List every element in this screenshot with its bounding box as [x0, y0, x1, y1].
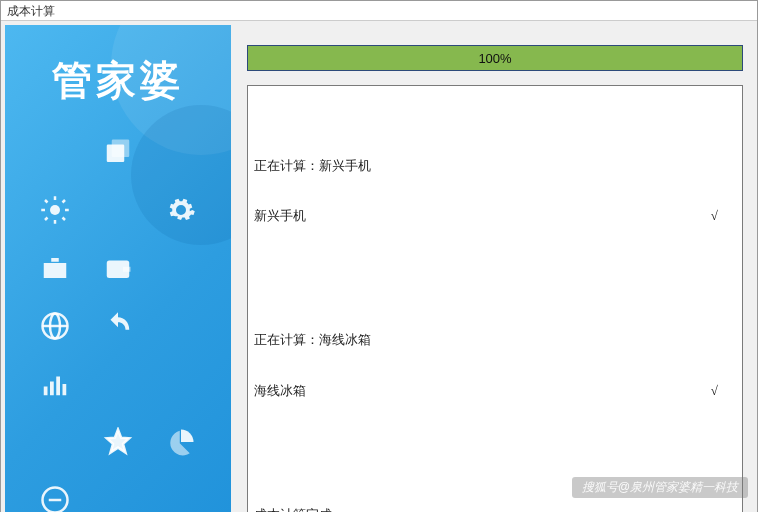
main: 管家婆 [5, 25, 753, 512]
svg-rect-18 [56, 377, 60, 396]
gear-icon [161, 190, 201, 230]
wallet-icon [98, 248, 138, 288]
stack-icon [98, 132, 138, 172]
placeholder-icon [161, 306, 201, 346]
pie-chart-icon [161, 422, 201, 462]
svg-rect-1 [112, 140, 130, 158]
progress-bar: 100% [247, 45, 743, 71]
cost-calc-window: 成本计算 管家婆 [0, 0, 758, 512]
log-item: 正在计算：新兴手机 新兴手机 √ [254, 124, 736, 259]
icon-grid [5, 120, 231, 512]
right-panel: 100% 正在计算：新兴手机 新兴手机 √ 正在计算：海线冰箱 海线冰箱 [237, 25, 753, 512]
sidebar: 管家婆 [5, 25, 231, 512]
log-line: 新兴手机 √ [254, 208, 736, 225]
placeholder-icon [98, 364, 138, 404]
log-summary: 成本计算完成。 共计算存货 2 个，其中 2 个存货成本计算成功，0 个存货成本… [254, 474, 736, 512]
check-mark: √ [711, 208, 736, 225]
log-line: 正在计算：海线冰箱 [254, 332, 736, 349]
placeholder-icon [98, 190, 138, 230]
svg-rect-17 [50, 382, 54, 396]
log-text: 海线冰箱 [254, 383, 306, 400]
svg-line-7 [45, 200, 48, 203]
undo-icon [98, 306, 138, 346]
window-title: 成本计算 [1, 1, 757, 21]
placeholder-icon [161, 364, 201, 404]
svg-point-2 [50, 205, 60, 215]
svg-rect-16 [43, 387, 47, 396]
log-line: 正在计算：新兴手机 [254, 158, 736, 175]
sun-icon [35, 190, 75, 230]
log-area: 正在计算：新兴手机 新兴手机 √ 正在计算：海线冰箱 海线冰箱 √ [247, 85, 743, 512]
brand-logo: 管家婆 [5, 25, 231, 120]
minus-circle-icon [35, 480, 75, 512]
briefcase-icon [35, 248, 75, 288]
bar-chart-icon [35, 364, 75, 404]
star-icon [98, 422, 138, 462]
globe-icon [35, 306, 75, 346]
placeholder-icon [35, 132, 75, 172]
progress-label: 100% [248, 46, 742, 70]
svg-line-8 [62, 218, 65, 221]
svg-rect-12 [123, 267, 131, 272]
check-mark: √ [711, 383, 736, 400]
placeholder-icon [35, 422, 75, 462]
log-line: 海线冰箱 √ [254, 383, 736, 400]
log-item: 正在计算：海线冰箱 海线冰箱 √ [254, 299, 736, 434]
content: 管家婆 [1, 21, 757, 512]
log-line: 成本计算完成。 [254, 507, 736, 512]
placeholder-icon [161, 132, 201, 172]
svg-rect-19 [62, 384, 66, 395]
log-text: 新兴手机 [254, 208, 306, 225]
svg-line-9 [45, 218, 48, 221]
placeholder-icon [161, 248, 201, 288]
svg-line-10 [62, 200, 65, 203]
